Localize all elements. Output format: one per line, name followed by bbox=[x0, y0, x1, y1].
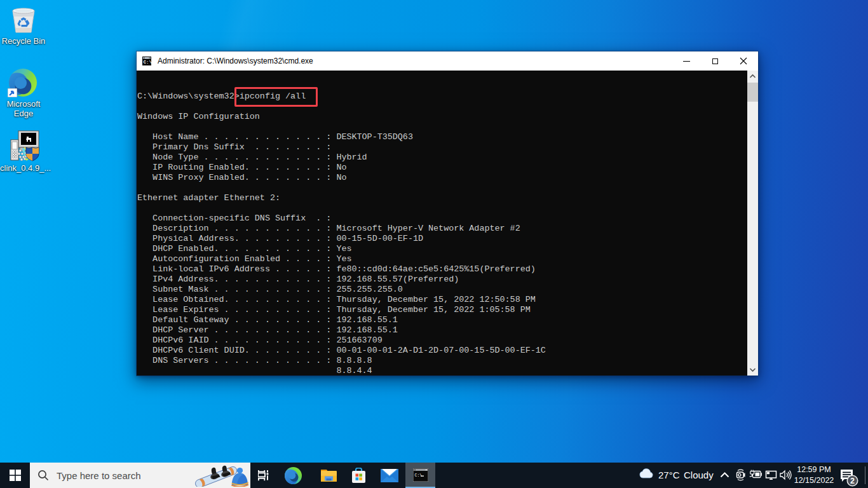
svg-text:C:\: C:\ bbox=[415, 473, 423, 478]
svg-text:2: 2 bbox=[850, 477, 855, 485]
svg-text:C:\: C:\ bbox=[144, 60, 152, 65]
